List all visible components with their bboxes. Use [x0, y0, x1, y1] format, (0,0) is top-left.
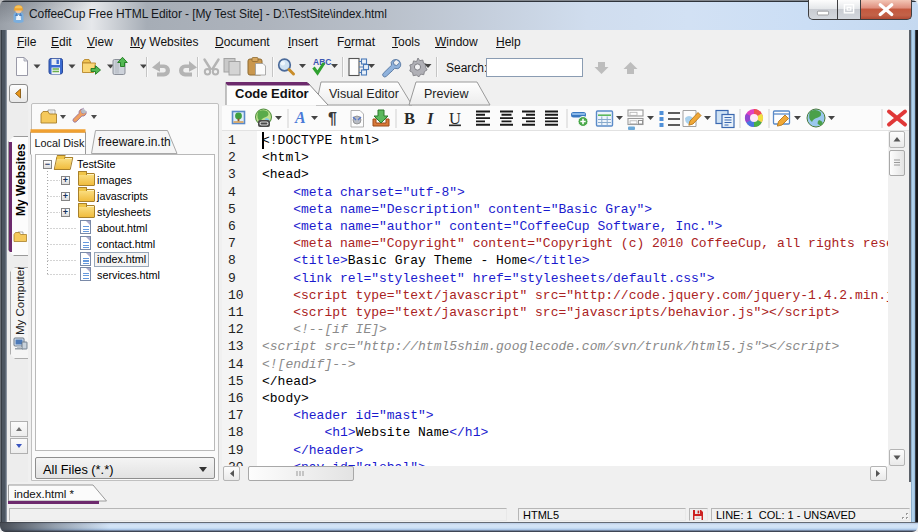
svg-text:freeware.in.th: freeware.in.th: [98, 135, 171, 149]
svg-text:I: I: [426, 109, 434, 128]
svg-text:Visual Editor: Visual Editor: [329, 87, 399, 101]
svg-text:U: U: [449, 109, 461, 128]
svg-text:B: B: [404, 109, 415, 128]
svg-text:A: A: [294, 109, 306, 126]
svg-text:Preview: Preview: [424, 87, 469, 101]
svg-text:Code Editor: Code Editor: [235, 86, 309, 101]
svg-text:¶: ¶: [328, 110, 337, 127]
svg-text:index.html *: index.html *: [14, 488, 75, 500]
svg-text:Local Disk: Local Disk: [35, 137, 85, 149]
